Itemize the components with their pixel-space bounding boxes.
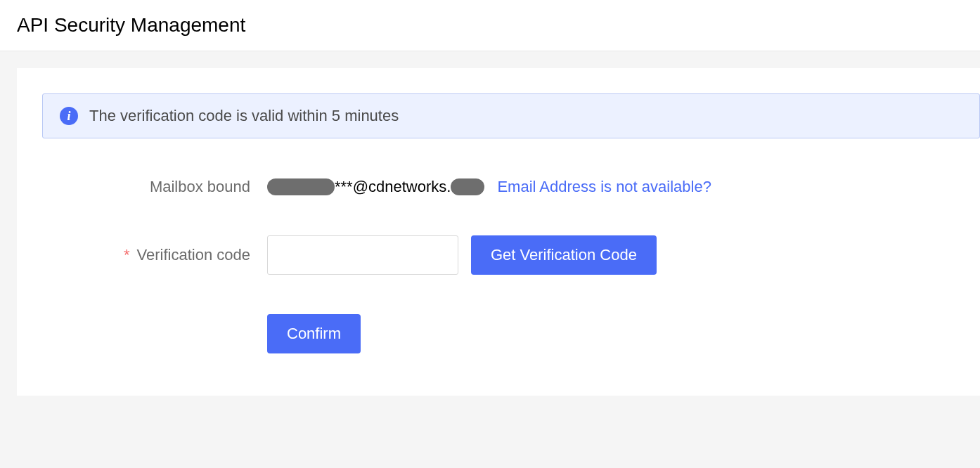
get-verification-code-button[interactable]: Get Verification Code <box>471 235 657 275</box>
page-header: API Security Management <box>0 0 980 51</box>
confirm-row: Confirm <box>42 314 980 353</box>
verification-label-text: Verification code <box>137 246 250 264</box>
mailbox-value: ***@cdnetworks. Email Address is not ava… <box>267 178 711 196</box>
mailbox-row: Mailbox bound ***@cdnetworks. Email Addr… <box>42 178 980 196</box>
redacted-segment <box>267 178 335 195</box>
email-unavailable-link[interactable]: Email Address is not available? <box>497 178 711 196</box>
verification-label: * Verification code <box>42 246 267 264</box>
mailbox-label: Mailbox bound <box>42 178 267 196</box>
verification-controls: Get Verification Code <box>267 235 657 275</box>
required-asterisk: * <box>124 246 130 264</box>
main-panel: i The verification code is valid within … <box>17 68 980 396</box>
bound-email: ***@cdnetworks. <box>267 178 484 196</box>
verification-row: * Verification code Get Verification Cod… <box>42 235 980 275</box>
info-alert: i The verification code is valid within … <box>42 93 980 138</box>
email-masked-text: ***@cdnetworks. <box>335 178 451 196</box>
confirm-button[interactable]: Confirm <box>267 314 361 353</box>
page-title: API Security Management <box>17 14 963 37</box>
verification-code-input[interactable] <box>267 235 458 275</box>
redacted-segment <box>451 178 484 195</box>
alert-message: The verification code is valid within 5 … <box>89 107 399 125</box>
info-icon: i <box>60 107 78 125</box>
content-wrapper: i The verification code is valid within … <box>0 51 980 396</box>
